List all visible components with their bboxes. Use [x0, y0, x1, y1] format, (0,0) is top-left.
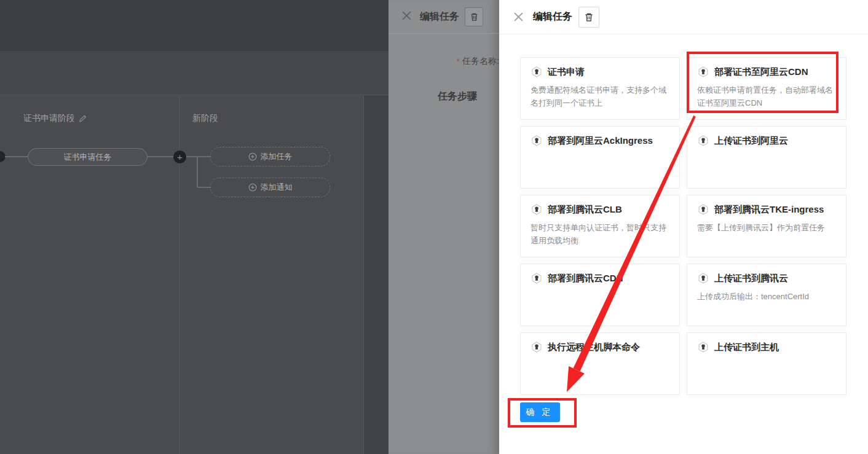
stage2-label: 新阶段 [192, 113, 218, 124]
task-steps-heading: 任务步骤 [438, 90, 477, 103]
task-name-row: * 任务名称: [389, 52, 499, 71]
app-root: 证书申请阶段 新阶段 证书申请任务 + 添加任务 添加通知 [0, 0, 868, 454]
task-card-0[interactable]: 证书申请 免费通配符域名证书申请，支持多个域名打到同一个证书上 [520, 57, 680, 120]
task-hexagon-icon [697, 341, 709, 353]
connector-line [186, 156, 197, 157]
task-card-title: 证书申请 [548, 66, 585, 78]
edit-pencil-icon[interactable] [79, 115, 87, 123]
edit-task-drawer: 编辑任务 证书申请 免费通配符域名证书申请，支持多个域名打到同一个证书上 [499, 0, 868, 454]
add-notify-button[interactable]: 添加通知 [210, 178, 330, 197]
task-hexagon-icon [531, 135, 543, 147]
add-stage-plus-button[interactable]: + [173, 151, 186, 163]
connector-line [197, 156, 198, 187]
task-hexagon-icon [531, 341, 543, 353]
task-card-8[interactable]: 执行远程主机脚本命令 [520, 332, 680, 395]
drawer-back-title: 编辑任务 [420, 10, 459, 23]
drawer-back-header: 编辑任务 [389, 0, 499, 34]
task-hexagon-icon [697, 66, 709, 78]
task-card-5[interactable]: 部署到腾讯云TKE-ingress 需要【上传到腾讯云】作为前置任务 [687, 195, 846, 257]
task-name-label: 任务名称: [462, 56, 499, 67]
cert-apply-task-pill[interactable]: 证书申请任务 [28, 148, 148, 166]
task-card-6[interactable]: 部署到腾讯云CDN [520, 264, 680, 326]
task-card-title: 部署到阿里云AckIngress [548, 135, 653, 147]
close-icon[interactable] [514, 12, 523, 22]
task-card-title: 上传证书到阿里云 [714, 135, 788, 147]
task-card-title: 执行远程主机脚本命令 [548, 342, 640, 353]
trash-icon[interactable] [578, 7, 599, 28]
task-card-description: 上传成功后输出：tencentCertId [697, 290, 836, 303]
task-hexagon-icon [531, 203, 543, 216]
task-card-title: 部署到腾讯云CLB [548, 204, 622, 216]
task-card-4[interactable]: 部署到腾讯云CLB 暂时只支持单向认证证书，暂时只支持通用负载均衡 [520, 195, 680, 257]
task-card-9[interactable]: 上传证书到主机 [687, 332, 846, 395]
add-task-label: 添加任务 [261, 151, 293, 162]
task-card-title: 上传证书到腾讯云 [714, 273, 788, 284]
add-notify-label: 添加通知 [261, 182, 293, 193]
task-card-title: 部署证书至阿里云CDN [714, 66, 808, 78]
task-card-description: 免费通配符域名证书申请，支持多个域名打到同一个证书上 [531, 84, 669, 110]
task-card-description: 依赖证书申请前置任务，自动部署域名证书至阿里云CDN [697, 84, 836, 110]
connector-line [198, 156, 210, 157]
confirm-button[interactable]: 确 定 [520, 402, 560, 422]
task-card-title: 部署到腾讯云TKE-ingress [714, 204, 824, 216]
task-card-title: 上传证书到主机 [714, 342, 779, 353]
plus-circle-icon [248, 183, 257, 192]
task-card-3[interactable]: 上传证书到阿里云 [687, 126, 846, 189]
task-card-description: 需要【上传到腾讯云】作为前置任务 [697, 221, 836, 234]
plus-circle-icon [248, 152, 257, 161]
task-type-grid: 证书申请 免费通配符域名证书申请，支持多个域名打到同一个证书上 部署证书至阿里云… [520, 57, 854, 395]
task-card-1-highlighted[interactable]: 部署证书至阿里云CDN 依赖证书申请前置任务，自动部署域名证书至阿里云CDN [687, 57, 846, 120]
connector-line [198, 187, 210, 188]
add-task-button[interactable]: 添加任务 [210, 147, 330, 166]
stage1-label: 证书申请阶段 [23, 113, 75, 124]
drawer-title: 编辑任务 [533, 10, 572, 23]
task-hexagon-icon [697, 272, 709, 284]
connector-line [5, 156, 28, 157]
connector-line [148, 156, 174, 157]
task-hexagon-icon [531, 66, 543, 78]
edit-task-drawer-back: 编辑任务 * 任务名称: 新 任务步骤 [389, 0, 499, 454]
stage2-header: 新阶段 [192, 113, 218, 124]
task-card-title: 部署到腾讯云CDN [548, 273, 623, 284]
trash-icon[interactable] [465, 7, 483, 26]
close-icon[interactable] [402, 11, 411, 23]
required-mark: * [457, 57, 460, 66]
stage1-header: 证书申请阶段 [23, 113, 87, 124]
task-card-description: 暂时只支持单向认证证书，暂时只支持通用负载均衡 [531, 221, 669, 248]
cert-apply-task-label: 证书申请任务 [64, 152, 112, 163]
drawer-header: 编辑任务 [499, 0, 868, 34]
task-card-7[interactable]: 上传证书到腾讯云 上传成功后输出：tencentCertId [687, 264, 846, 326]
task-hexagon-icon [697, 203, 709, 216]
task-hexagon-icon [531, 272, 543, 284]
task-card-2[interactable]: 部署到阿里云AckIngress [520, 126, 680, 189]
task-hexagon-icon [697, 135, 709, 147]
